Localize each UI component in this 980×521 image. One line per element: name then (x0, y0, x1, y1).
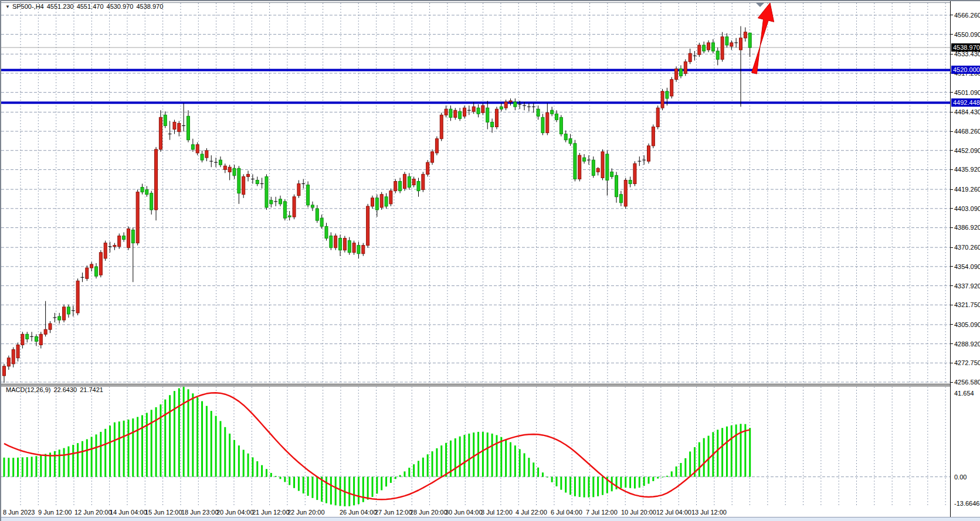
macd-histogram-bar (164, 400, 166, 477)
macd-histogram-bar (114, 423, 116, 477)
candle-body (611, 172, 613, 176)
macd-histogram-bar (408, 468, 410, 476)
macd-histogram-bar (680, 463, 681, 477)
price-axis[interactable]: 4566.2604550.0904533.4304517.2604501.090… (950, 1, 980, 517)
price-tickmark (951, 343, 953, 344)
macd-histogram-bar (524, 453, 525, 476)
candle-body (12, 350, 15, 364)
macd-histogram-bar (45, 454, 46, 477)
macd-histogram-bar (67, 447, 69, 477)
candle-body (320, 218, 323, 226)
time-axis-label: 28 Jun 20:00 (410, 508, 447, 516)
candle-body (684, 62, 687, 73)
candle-body (316, 209, 318, 220)
time-axis-label: 18 Jun 23:00 (181, 508, 219, 516)
macd-histogram-bar (440, 445, 442, 476)
candle-body (131, 230, 134, 243)
macd-histogram-bar (468, 434, 470, 477)
macd-histogram-bar (542, 472, 544, 476)
chart-canvas[interactable] (1, 1, 980, 521)
time-axis-label: 20 Jun 04:00 (216, 508, 254, 516)
candle-body (187, 116, 190, 139)
macd-histogram-bar (123, 421, 125, 477)
time-axis-label: 8 Jun 2023 (3, 508, 35, 516)
macd-histogram-bar (270, 473, 272, 477)
price-tickmark (951, 247, 953, 248)
candle-body (399, 181, 402, 190)
macd-histogram-bar (648, 477, 650, 484)
price-tick-label: 4337.920 (954, 282, 980, 290)
candle-body (440, 115, 443, 138)
macd-histogram-bar (118, 421, 120, 476)
price-tickmark (951, 15, 953, 15)
candle-body (541, 117, 544, 132)
macd-histogram-bar (395, 477, 396, 479)
macd-axis-label: 0.00 (954, 473, 967, 481)
candle-body (219, 160, 222, 165)
time-axis[interactable]: 8 Jun 20239 Jun 12:0012 Jun 20:0014 Jun … (1, 506, 950, 517)
time-axis-label: 12 Jun 20:00 (74, 508, 112, 516)
macd-histogram-bar (427, 454, 429, 476)
macd-histogram-bar (316, 477, 318, 500)
macd-histogram-bar (17, 458, 19, 477)
candle-body (675, 69, 678, 79)
macd-histogram-bar (100, 432, 101, 477)
candle-body (104, 243, 107, 258)
candle-body (385, 197, 388, 206)
macd-histogram-bar (726, 427, 728, 477)
macd-histogram-bar (72, 445, 74, 477)
macd-histogram-bar (579, 477, 581, 497)
macd-histogram-bar (749, 428, 751, 476)
macd-histogram-bar (381, 477, 382, 491)
candle-body (711, 43, 714, 51)
macd-signal-value: 21.7421 (80, 386, 103, 393)
macd-histogram-bar (233, 440, 235, 477)
candle-body (592, 160, 595, 175)
macd-histogram-bar (280, 477, 282, 479)
candle-body (307, 185, 310, 205)
macd-histogram-bar (261, 465, 263, 477)
macd-histogram-bar (307, 477, 309, 496)
macd-histogram-bar (418, 461, 419, 476)
candle-body (721, 37, 724, 59)
macd-histogram-bar (8, 458, 9, 476)
macd-histogram-bar (243, 450, 245, 477)
candle-body (339, 239, 342, 250)
candle-body (615, 175, 618, 196)
time-axis-label: 27 Jun 12:00 (375, 508, 412, 516)
macd-histogram-bar (59, 450, 60, 476)
candle-body (113, 246, 116, 247)
macd-histogram-bar (178, 388, 180, 476)
candle-body (435, 139, 438, 153)
arrow-layer[interactable] (752, 3, 774, 74)
level-price-label: 4520.000 (951, 66, 980, 74)
price-tickmark (951, 34, 953, 35)
macd-histogram-bar (196, 397, 198, 477)
candle-body (601, 152, 604, 178)
time-axis-label: 4 Jul 22:00 (516, 508, 547, 516)
macd-histogram-bar (547, 477, 548, 478)
price-tick-label: 4452.090 (954, 147, 980, 155)
candle-body (238, 168, 240, 193)
candle-body (90, 264, 93, 268)
candle-body (325, 226, 328, 238)
candle-body (279, 199, 282, 204)
macd-histogram-bar (399, 475, 401, 477)
chart-menu-icon[interactable]: ▼ (5, 4, 10, 9)
candle-body (159, 117, 162, 149)
macd-histogram-bar (311, 477, 313, 498)
candle-body (123, 236, 126, 239)
level-lines-layer[interactable] (1, 70, 950, 103)
macd-histogram-bar (155, 407, 157, 477)
current-price-label: 4538.970 (951, 43, 980, 52)
candle-body (367, 206, 369, 246)
macd-histogram-bar (482, 432, 484, 477)
macd-histogram-bar (224, 427, 226, 477)
macd-histogram-bar (293, 477, 295, 488)
candle-body (670, 80, 673, 96)
candle-body (716, 51, 719, 59)
candle-body (256, 180, 259, 183)
candle-body (16, 345, 19, 357)
candle-body (698, 45, 701, 55)
macd-histogram-bar (109, 425, 111, 476)
